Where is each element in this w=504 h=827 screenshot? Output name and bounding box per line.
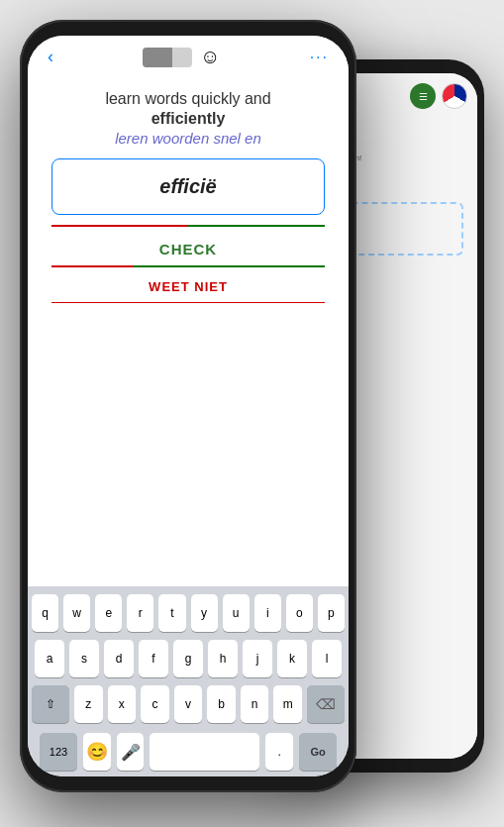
key-o[interactable]: o [286, 594, 313, 632]
key-p[interactable]: p [318, 594, 345, 632]
more-options-icon[interactable]: ··· [310, 49, 329, 66]
key-v[interactable]: v [174, 685, 203, 723]
learn-line2: efficiently [51, 110, 325, 128]
answer-text: efficië [68, 175, 308, 198]
key-i[interactable]: i [254, 594, 281, 632]
shift-icon: ⇧ [46, 697, 55, 711]
key-q[interactable]: q [32, 594, 58, 632]
keyboard-row2: a s d f g h j k l [32, 640, 345, 677]
key-x[interactable]: x [108, 685, 137, 723]
emoji-icon: 😊 [86, 741, 108, 763]
weet-niet-button[interactable]: WEET NIET [51, 275, 325, 298]
weet-niet-divider [51, 302, 325, 304]
answer-box: efficië [51, 158, 325, 215]
key-e[interactable]: e [95, 594, 122, 632]
learn-line1: learn words quickly and [51, 90, 325, 108]
dutch-text: leren woorden snel en [51, 130, 325, 147]
delete-key[interactable]: ⌫ [307, 685, 345, 723]
shift-key[interactable]: ⇧ [32, 685, 69, 723]
key-w[interactable]: w [63, 594, 90, 632]
key-g[interactable]: g [173, 640, 203, 677]
keyboard-row1: q w e r t y u i o p [32, 594, 345, 632]
check-bottom-divider [51, 265, 325, 267]
keyboard-bottom-row: 123 😊 🎤 . Go [32, 731, 345, 773]
progress-bar [143, 48, 192, 67]
flag-icon[interactable] [442, 83, 467, 109]
scene: ☰ Frans ! Druk snel op tes om te leren! [0, 0, 504, 827]
mic-icon: 🎤 [121, 743, 141, 762]
space-key[interactable] [150, 733, 259, 771]
key-l[interactable]: l [312, 640, 342, 677]
key-b[interactable]: b [207, 685, 236, 723]
go-key[interactable]: Go [299, 733, 337, 771]
keyboard-row3: ⇧ z x c v b n m ⌫ [32, 685, 345, 723]
key-k[interactable]: k [277, 640, 307, 677]
numbers-key[interactable]: 123 [40, 733, 77, 771]
progress-fill [143, 48, 172, 67]
key-u[interactable]: u [223, 594, 250, 632]
mic-key[interactable]: 🎤 [117, 733, 145, 771]
emoji-key[interactable]: 😊 [83, 733, 111, 771]
key-n[interactable]: n [241, 685, 269, 723]
key-j[interactable]: j [243, 640, 272, 677]
key-f[interactable]: f [139, 640, 168, 677]
phone-front: ‹ ☺ ··· learn words quickly and efficien… [20, 20, 356, 792]
key-a[interactable]: a [35, 640, 64, 677]
period-key[interactable]: . [265, 733, 293, 771]
key-t[interactable]: t [158, 594, 185, 632]
back-button[interactable]: ‹ [48, 47, 53, 67]
delete-icon: ⌫ [316, 696, 336, 712]
key-d[interactable]: d [104, 640, 134, 677]
key-c[interactable]: c [141, 685, 169, 723]
main-content: learn words quickly and efficiently lere… [28, 74, 349, 323]
key-z[interactable]: z [74, 685, 103, 723]
key-r[interactable]: r [127, 594, 153, 632]
key-m[interactable]: m [273, 685, 302, 723]
smiley-icon[interactable]: ☺ [200, 46, 220, 68]
key-y[interactable]: y [191, 594, 218, 632]
key-h[interactable]: h [208, 640, 238, 677]
key-s[interactable]: s [69, 640, 99, 677]
check-top-divider [51, 225, 325, 227]
check-button[interactable]: CHECK [51, 235, 325, 263]
menu-icon[interactable]: ☰ [410, 83, 436, 109]
keyboard: q w e r t y u i o p a s d f g h [28, 586, 349, 776]
status-center: ☺ [143, 46, 220, 68]
status-bar: ‹ ☺ ··· [28, 36, 349, 74]
